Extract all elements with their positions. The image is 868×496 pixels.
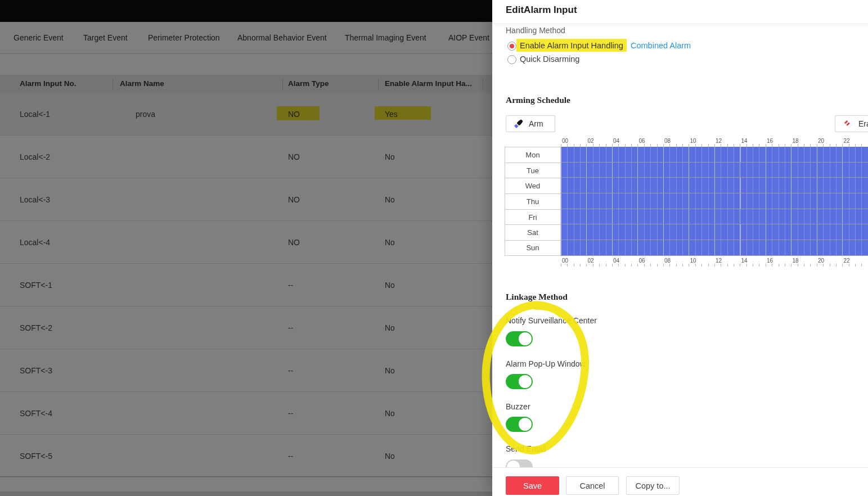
toggle-knob [519,332,532,345]
edit-alarm-input-dialog: EditAlarm Input Handling Method Enable A… [492,0,868,496]
hour-tick-label: 08 [664,258,671,264]
hour-tick-label: 02 [588,258,594,264]
send-email-label: Send Email [506,444,546,453]
hour-tick-label: 18 [793,258,799,264]
save-button[interactable]: Save [506,476,559,495]
copy-to-button[interactable]: Copy to... [626,476,680,495]
schedule-row-wed: Wed [505,178,868,193]
schedule-day-label: Tue [505,163,561,178]
schedule-bar-tue[interactable] [561,163,868,178]
schedule-bar-sun[interactable] [561,240,868,256]
schedule-hours-top: 00 02 04 06 08 10 12 14 16 18 20 22 [561,138,868,146]
schedule-row-thu: Thu [505,193,868,209]
hour-tick-label: 18 [793,138,799,144]
hour-tick-label: 08 [664,138,671,144]
hour-tick-label: 06 [639,138,645,144]
schedule-bar-wed[interactable] [561,178,868,193]
hour-tick-label: 22 [844,138,850,144]
handling-method-label: Handling Method [506,26,565,35]
dialog-title: EditAlarm Input [506,4,577,16]
radio-label-enable-alarm-input-handling[interactable]: Enable Alarm Input Handling [520,41,623,50]
schedule-day-label: Fri [505,209,561,225]
hour-tick-label: 00 [562,258,568,264]
hour-tick-label: 20 [818,138,824,144]
hour-tick-label: 02 [588,138,594,144]
schedule-bar-sat[interactable] [561,224,868,240]
hour-tick-label: 10 [690,258,696,264]
radio-label-quick-disarming[interactable]: Quick Disarming [520,55,579,64]
erase-icon [842,118,853,129]
toggle-alarm-popup-window[interactable] [506,374,533,389]
hour-tick-label: 14 [741,138,748,144]
schedule-bar-fri[interactable] [561,209,868,225]
hour-tick-label: 00 [562,138,568,144]
arm-button[interactable]: Arm [506,115,555,132]
cancel-button[interactable]: Cancel [566,476,619,495]
schedule-row-tue: Tue [505,163,868,178]
erase-button[interactable]: Era [835,115,868,132]
hour-tick-label: 16 [767,258,773,264]
toggle-knob [519,375,532,388]
radio-enable-alarm-input-handling[interactable] [507,42,516,51]
schedule-row-fri: Fri [505,209,868,225]
arm-brush-icon [513,119,524,129]
linkage-method-heading: Linkage Method [506,292,568,302]
hour-tick-label: 12 [716,138,722,144]
arming-schedule-grid: Mon Tue Wed Thu Fri Sat [505,147,868,256]
schedule-bar-mon[interactable] [561,147,868,163]
hour-tick-label: 14 [741,258,748,264]
schedule-day-label: Sat [505,224,561,240]
arming-schedule-heading: Arming Schedule [506,95,570,105]
hour-tick-label: 20 [818,258,824,264]
hour-tick-label: 04 [613,138,619,144]
schedule-day-label: Thu [505,193,561,209]
schedule-day-label: Wed [505,178,561,193]
erase-button-label: Era [858,119,868,128]
radio-quick-disarming[interactable] [507,55,516,64]
schedule-hours-bottom: 00 02 04 06 08 10 12 14 16 18 20 22 [561,258,868,266]
screen: Generic Event Target Event Perimeter Pro… [0,0,868,496]
schedule-day-label: Mon [505,147,561,163]
hour-tick-label: 10 [690,138,696,144]
schedule-row-mon: Mon [505,147,868,163]
toggle-knob [519,418,532,431]
alarm-popup-window-label: Alarm Pop-Up Window [506,359,586,368]
schedule-day-label: Sun [505,240,561,256]
hour-tick-label: 22 [844,258,850,264]
hour-tick-label: 12 [716,258,722,264]
hour-tick-label: 16 [767,138,773,144]
buzzer-label: Buzzer [506,402,530,411]
dialog-title-divider [492,24,868,24]
notify-surveillance-center-label: Notify Surveillance Center [506,316,597,325]
hour-tick-label: 04 [613,258,619,264]
arm-button-label: Arm [529,119,543,128]
hour-tick-label: 06 [639,258,645,264]
combined-alarm-link[interactable]: Combined Alarm [631,41,691,50]
schedule-row-sun: Sun [505,240,868,256]
schedule-bar-thu[interactable] [561,193,868,209]
dialog-footer: Save Cancel Copy to... [492,467,868,496]
toggle-notify-surveillance-center[interactable] [506,331,533,346]
toggle-buzzer[interactable] [506,417,533,432]
modal-dim-overlay [0,0,492,496]
schedule-row-sat: Sat [505,224,868,240]
